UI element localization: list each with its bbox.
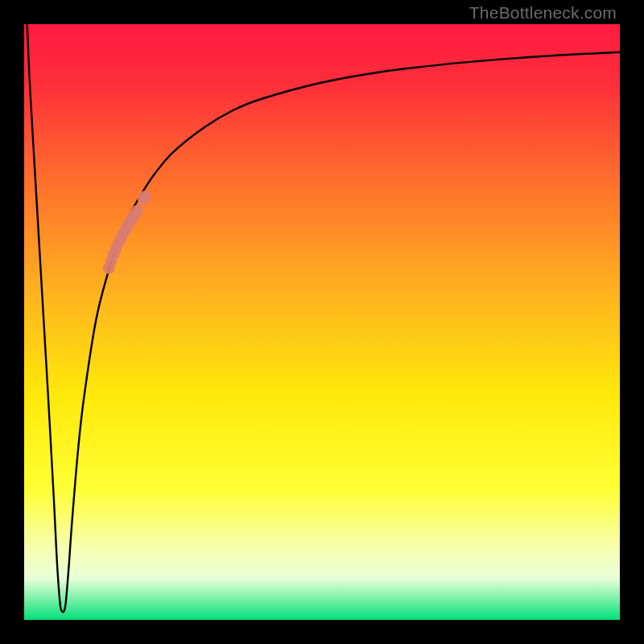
highlighted-range-markers	[103, 191, 151, 275]
chart-svg	[24, 24, 620, 620]
watermark-text: TheBottleneck.com	[469, 3, 617, 23]
bottleneck-curve	[27, 24, 620, 612]
chart-frame: TheBottleneck.com	[0, 0, 644, 644]
plot-area	[24, 24, 620, 620]
marker-dot	[131, 204, 142, 216]
marker-dot	[139, 191, 151, 202]
